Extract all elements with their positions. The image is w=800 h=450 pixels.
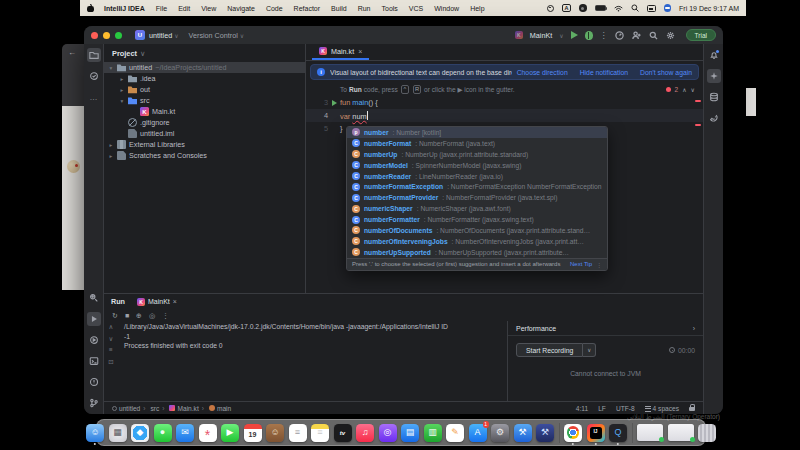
project-tree-item[interactable]: ▾ src [104, 95, 305, 106]
dock-item[interactable]: A 1 [469, 424, 487, 442]
dock-item[interactable]: ● [154, 424, 172, 442]
completion-item[interactable]: C numberReader : LineNumberReader (java.… [347, 171, 607, 182]
completion-item[interactable]: C numberFormat : NumberFormat (java.text… [347, 138, 607, 149]
menu-item[interactable]: VCS [409, 5, 423, 12]
run-configuration-selector[interactable]: MainKt [530, 31, 552, 40]
code-with-me-icon[interactable] [632, 30, 642, 40]
completion-item[interactable]: C numberOfInterveningJobs : NumberOfInte… [347, 236, 607, 247]
menu-item[interactable]: Refactor [294, 5, 320, 12]
wifi-icon[interactable] [614, 5, 623, 12]
ai-assistant-icon[interactable] [707, 69, 721, 83]
project-panel-title[interactable]: Project [112, 49, 137, 58]
dock-item[interactable]: ♫ [356, 424, 374, 442]
dock-item[interactable]: ▤ [401, 424, 419, 442]
tree-chevron-icon[interactable]: ▸ [119, 87, 125, 93]
prev-problem-icon[interactable]: ∧ [682, 86, 686, 93]
completion-menu-icon[interactable]: ⋮ [596, 261, 602, 268]
menu-item[interactable]: Window [434, 5, 459, 12]
vcs-widget[interactable]: Version Control [189, 31, 238, 40]
menu-item[interactable]: IntelliJ IDEA [104, 5, 145, 12]
console-toolbar-icon[interactable]: ∨ [109, 336, 114, 343]
run-button[interactable] [571, 31, 578, 39]
tree-chevron-icon[interactable]: ▸ [108, 142, 114, 148]
gradle-tool-icon[interactable] [707, 111, 721, 125]
minimize-window-button[interactable] [103, 32, 110, 39]
dock-item[interactable] [698, 424, 716, 442]
line-ending-widget[interactable]: LF [598, 405, 606, 412]
project-tree-item[interactable]: untitled.iml [104, 128, 305, 139]
completion-item[interactable]: C numberFormatter : NumberFormatter (jav… [347, 214, 607, 225]
readonly-lock-icon[interactable] [689, 407, 695, 412]
recording-dropdown-icon[interactable]: ∨ [583, 343, 596, 357]
next-problem-icon[interactable]: ∨ [691, 86, 695, 93]
keyboard-icon[interactable] [647, 5, 656, 12]
dock-item[interactable]: ⚒ [536, 424, 554, 442]
indent-widget[interactable]: 4 spaces [645, 405, 679, 412]
dock-item[interactable] [559, 423, 560, 443]
dock-item[interactable]: ◎ [379, 424, 397, 442]
menu-item[interactable]: File [156, 5, 167, 12]
project-view-chevron-icon[interactable]: ∨ [140, 49, 145, 58]
debug-button[interactable] [585, 31, 593, 40]
dock-item[interactable]: ✎ [446, 424, 464, 442]
project-name-widget[interactable]: untitled [149, 31, 172, 40]
completion-item[interactable]: C numberUpSupported : NumberUpSupported … [347, 247, 607, 258]
dock-item[interactable]: ≡ [311, 424, 329, 442]
project-tree-item[interactable]: ▸ .idea [104, 73, 305, 84]
breadcrumb-item[interactable]: untitled [112, 405, 140, 412]
breadcrumb-item[interactable]: src [143, 405, 159, 412]
dock-item[interactable]: ☺ [266, 424, 284, 442]
screen-recording-icon[interactable] [547, 5, 554, 12]
terminal-tool-icon[interactable] [87, 354, 101, 368]
close-window-button[interactable] [91, 32, 98, 39]
error-stripe-mark[interactable] [695, 100, 701, 102]
database-tool-icon[interactable] [707, 90, 721, 104]
more-actions-button[interactable]: ⋮ [600, 31, 608, 40]
project-tool-icon[interactable] [87, 48, 101, 62]
project-tree-item[interactable]: ▸ out [104, 84, 305, 95]
menu-item[interactable]: Help [470, 5, 484, 12]
control-center-icon[interactable] [664, 4, 672, 12]
dock-item[interactable]: ✉ [176, 424, 194, 442]
run-tab-mainkt[interactable]: K MainKt × [137, 298, 177, 306]
caret-position-widget[interactable]: 4:11 [576, 405, 588, 412]
encoding-widget[interactable]: UTF-8 [616, 405, 635, 412]
dock-item[interactable]: ▶ [221, 424, 239, 442]
dock-item[interactable] [668, 424, 694, 441]
console-toolbar-icon[interactable]: ≡ [109, 347, 113, 354]
performance-expand-icon[interactable]: › [693, 325, 695, 332]
banner-action-link[interactable]: Choose direction [517, 69, 568, 76]
error-stripe-mark[interactable] [695, 124, 701, 126]
error-indicator-icon[interactable] [666, 87, 671, 92]
dock-item[interactable]: Q [609, 424, 627, 442]
dock-item[interactable]: ▦ [109, 424, 127, 442]
more-tools-icon[interactable]: … [87, 90, 101, 104]
run-tool-icon[interactable] [87, 312, 101, 326]
completion-item[interactable]: p number : Number [kotlin] [347, 127, 607, 138]
trial-badge[interactable]: Trial [686, 29, 716, 41]
services-tool-icon[interactable] [87, 333, 101, 347]
tree-chevron-icon[interactable]: ▾ [108, 65, 114, 71]
completion-item[interactable]: C numberFormatProvider : NumberFormatPro… [347, 192, 607, 203]
menu-item[interactable]: Navigate [227, 5, 255, 12]
back-arrow-icon[interactable]: ← [68, 48, 76, 57]
git-branch-icon[interactable] [87, 396, 101, 410]
banner-action-link[interactable]: Hide notification [580, 69, 628, 76]
tree-chevron-icon[interactable]: ▸ [108, 153, 114, 159]
next-tip-link[interactable]: Next Tip [570, 261, 592, 267]
apple-menu-icon[interactable] [87, 4, 94, 12]
build-tool-icon[interactable] [87, 291, 101, 305]
spotlight-search-icon[interactable] [631, 4, 639, 12]
breadcrumb-item[interactable]: Main.kt [162, 405, 198, 412]
dock-item[interactable]: ≡ [289, 424, 307, 442]
console-toolbar-icon[interactable]: ∧ [109, 324, 114, 331]
menu-item[interactable]: Code [266, 5, 283, 12]
dock-item[interactable]: * [199, 424, 217, 442]
dock-item[interactable]: tv [334, 424, 352, 442]
dock-item[interactable] [637, 424, 663, 441]
dock-item[interactable]: ◆ [131, 424, 149, 442]
completion-item[interactable]: C numberOfDocuments : NumberOfDocuments … [347, 225, 607, 236]
completion-item[interactable]: C numberFormatException : NumberFormatEx… [347, 181, 607, 192]
dock-item[interactable]: IJ [587, 424, 605, 442]
search-everywhere-icon[interactable] [649, 30, 659, 40]
